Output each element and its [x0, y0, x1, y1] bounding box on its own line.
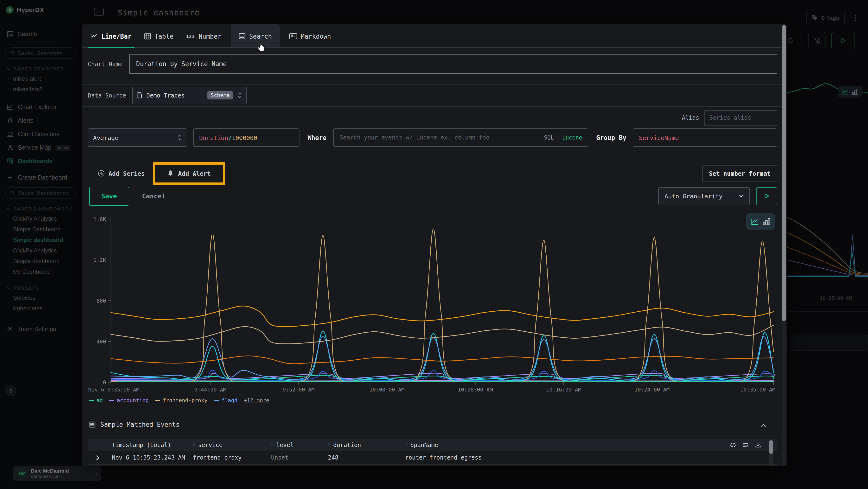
- drag-handle-icon[interactable]: ⠿: [193, 443, 195, 447]
- svg-text:9:52:00 AM: 9:52:00 AM: [283, 387, 314, 393]
- code-icon[interactable]: [730, 442, 736, 448]
- collapse-section-button[interactable]: [761, 422, 767, 429]
- cell-duration: 248: [328, 454, 405, 461]
- circle-plus-icon: [98, 170, 105, 177]
- line-chart-icon: [751, 218, 758, 225]
- chart-edit-modal: Line/Bar Table 123 Number Search M↓ Mark…: [82, 24, 787, 466]
- line-chart-icon: [91, 33, 97, 39]
- events-table-body: Nov 6 10:35:23.243 AMfrontend-proxyUnset…: [88, 451, 777, 466]
- add-alert-button-highlighted[interactable]: Add Alert: [153, 162, 225, 185]
- run-chart-button[interactable]: [756, 187, 777, 205]
- series-line-unnamed-5: [111, 356, 774, 364]
- timeseries-chart[interactable]: 04008001.2K1.6KNov 6 9:35:00 AM9:44:00 A…: [88, 215, 777, 392]
- drag-handle-icon[interactable]: ⠿: [271, 443, 273, 447]
- bar-chart-icon: [763, 218, 770, 225]
- legend-label: flagd: [221, 397, 237, 404]
- column-header-level[interactable]: ⠿level: [271, 441, 328, 448]
- legend-label: ad: [96, 397, 103, 404]
- legend-item-accounting[interactable]: accounting: [109, 397, 149, 404]
- table-icon: [144, 33, 151, 39]
- where-label: Where: [308, 134, 327, 141]
- svg-text:0: 0: [103, 379, 106, 385]
- table-row[interactable]: Nov 6 10:35:23.243 AMfrontend-proxyUnset…: [88, 451, 777, 465]
- number-123-icon: 123: [186, 33, 195, 39]
- save-row: Save Cancel Auto Granularity: [88, 185, 777, 207]
- drag-handle-icon[interactable]: ⠿: [405, 443, 407, 447]
- divider: [82, 106, 787, 107]
- expand-row-icon[interactable]: [95, 455, 100, 460]
- column-header-timestamp-local-[interactable]: Timestamp (Local): [112, 441, 193, 448]
- events-table-header: Timestamp (Local)⠿service⠿level⠿duration…: [88, 439, 777, 451]
- legend-label: frontend-proxy: [163, 397, 207, 404]
- tab-line-bar[interactable]: Line/Bar: [88, 24, 134, 48]
- tab-number[interactable]: 123 Number: [183, 24, 224, 48]
- svg-text:10:16:00 AM: 10:16:00 AM: [546, 387, 581, 393]
- legend-item-ad[interactable]: ad: [89, 397, 103, 404]
- add-series-button[interactable]: Add Series: [98, 170, 145, 177]
- svg-text:Nov 6 9:35:00 AM: Nov 6 9:35:00 AM: [88, 387, 140, 393]
- data-source-value: Demo Traces: [146, 92, 185, 99]
- legend-item-flagd[interactable]: flagd: [214, 397, 237, 404]
- sample-events-title: Sample Matched Events: [100, 421, 180, 428]
- legend-swatch: [89, 400, 94, 401]
- chart-name-label: Chart Name: [88, 61, 123, 67]
- select-chevrons-icon: [237, 92, 243, 98]
- tab-markdown[interactable]: M↓ Markdown: [286, 24, 334, 48]
- where-search-input[interactable]: Search your events w/ Lucene ex. column:…: [333, 128, 588, 147]
- column-header-duration[interactable]: ⠿duration: [328, 441, 405, 448]
- svg-text:1.6K: 1.6K: [93, 216, 106, 222]
- table-scrollbar[interactable]: [769, 439, 774, 466]
- chart-name-input[interactable]: [129, 54, 778, 74]
- chart-legend: adaccountingfrontend-proxyflagd+12 more: [89, 397, 269, 404]
- hyperdx-app: HyperDX Search Saved Searches SAVED SEAR…: [0, 0, 868, 489]
- column-header-service[interactable]: ⠿service: [193, 441, 271, 448]
- granularity-select[interactable]: Auto Granularity: [658, 187, 750, 205]
- column-header-spanname[interactable]: ⠿SpanName: [405, 441, 777, 448]
- data-source-row: Data Source Demo Traces Schema: [88, 86, 247, 104]
- chevron-down-icon: [739, 194, 744, 198]
- save-button[interactable]: Save: [89, 186, 129, 205]
- cancel-button[interactable]: Cancel: [142, 192, 166, 200]
- sample-events-table: Timestamp (Local)⠿service⠿level⠿duration…: [88, 439, 777, 466]
- column-settings-icon[interactable]: [743, 442, 748, 448]
- schema-badge: Schema: [207, 91, 233, 99]
- chart-display-toggle[interactable]: [746, 213, 775, 230]
- svg-text:10:00:00 AM: 10:00:00 AM: [369, 387, 405, 393]
- cell-timestamp: Nov 6 10:35:23.243 AM: [112, 454, 193, 461]
- series-line-flagd: [111, 337, 774, 380]
- svg-text:400: 400: [96, 339, 106, 345]
- where-placeholder: Search your events w/ Lucene ex. column:…: [340, 134, 541, 141]
- svg-text:9:44:00 AM: 9:44:00 AM: [194, 387, 226, 393]
- data-source-select[interactable]: Demo Traces Schema: [132, 87, 247, 104]
- group-by-input[interactable]: ServiceName: [633, 128, 777, 147]
- table-row[interactable]: Nov 6 10:35:23.243 AMfrontend-proxyUnset…: [88, 465, 777, 466]
- legend-swatch: [155, 400, 160, 401]
- divider: [82, 84, 787, 85]
- svg-text:800: 800: [96, 298, 106, 304]
- tab-table[interactable]: Table: [141, 24, 176, 48]
- download-icon[interactable]: [755, 442, 761, 448]
- set-number-format-button[interactable]: Set number format: [702, 165, 777, 182]
- modal-scrollbar-thumb[interactable]: [782, 25, 786, 321]
- cell-span_name: router frontend egress: [405, 454, 777, 461]
- field-expression-input[interactable]: Duration/1000000: [193, 128, 300, 147]
- series-alias-input[interactable]: [704, 110, 777, 126]
- query-language-toggle[interactable]: SQL|Lucene: [544, 134, 582, 141]
- tab-search[interactable]: Search: [231, 24, 280, 48]
- cell-level: Unset: [271, 454, 328, 461]
- divider: [82, 414, 787, 414]
- legend-item-frontend-proxy[interactable]: frontend-proxy: [155, 397, 207, 404]
- aggregation-select[interactable]: Average: [88, 128, 187, 147]
- cell-service: frontend-proxy: [193, 454, 271, 461]
- series-actions-row: Add Series Add Alert Set number format: [88, 161, 777, 186]
- bell-icon: [167, 170, 174, 177]
- alias-label: Alias: [682, 114, 699, 121]
- markdown-icon: M↓: [289, 33, 297, 39]
- legend-more-link[interactable]: +12 more: [244, 397, 269, 404]
- group-by-label: Group By: [596, 134, 626, 141]
- svg-text:10:35:00 AM: 10:35:00 AM: [740, 387, 775, 393]
- legend-swatch: [214, 400, 219, 401]
- search-list-icon: [239, 33, 245, 39]
- chart-name-row: Chart Name: [88, 53, 777, 75]
- drag-handle-icon[interactable]: ⠿: [328, 443, 330, 447]
